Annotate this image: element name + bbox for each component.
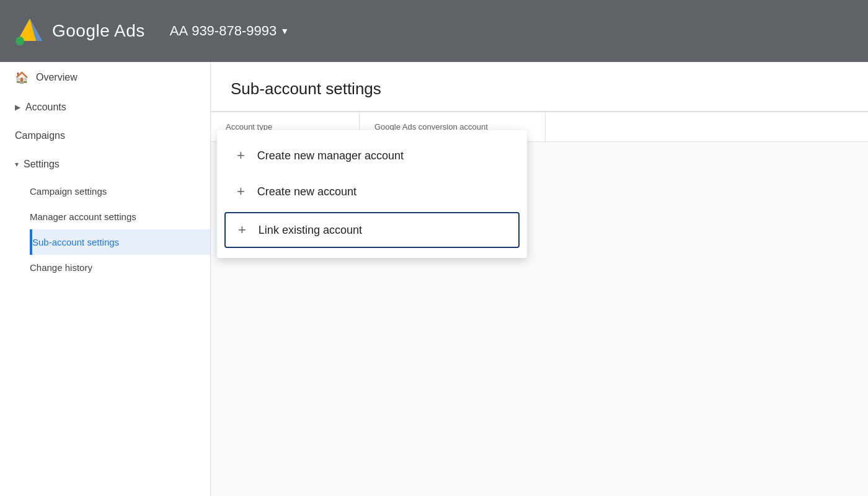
sidebar-item-change-history[interactable]: Change history — [30, 255, 210, 280]
sidebar-item-sub-account-settings[interactable]: Sub-account settings — [30, 229, 210, 255]
plus-icon-create-account: + — [237, 185, 245, 198]
sidebar-item-accounts[interactable]: ▶ Accounts — [0, 93, 210, 122]
main-layout: 🏠 Overview ▶ Accounts Campaigns ▾ Settin… — [0, 62, 868, 496]
sidebar-item-campaign-settings[interactable]: Campaign settings — [30, 179, 210, 204]
account-number: 939-878-9993 — [192, 23, 277, 39]
svg-point-2 — [16, 37, 24, 45]
sidebar-item-change-history-label: Change history — [30, 262, 92, 273]
expand-icon-accounts: ▶ — [15, 103, 20, 112]
expand-icon-settings: ▾ — [15, 160, 19, 169]
app-name: Google Ads — [52, 21, 145, 41]
app-header: Google Ads AA 939-878-9993 ▼ — [0, 0, 868, 62]
account-initials: AA — [170, 23, 188, 39]
sidebar-item-accounts-label: Accounts — [25, 102, 66, 113]
home-icon: 🏠 — [15, 71, 29, 84]
plus-icon-create-manager: + — [237, 149, 245, 162]
sidebar-item-campaigns-label: Campaigns — [15, 130, 65, 141]
sidebar-item-manager-account-settings[interactable]: Manager account settings — [30, 204, 210, 229]
dropdown-item-create-manager-label: Create new manager account — [257, 149, 404, 162]
sidebar-sub-items: Campaign settings Manager account settin… — [0, 179, 210, 280]
dropdown-item-create-account[interactable]: + Create new account — [217, 174, 527, 210]
sidebar: 🏠 Overview ▶ Accounts Campaigns ▾ Settin… — [0, 62, 211, 496]
chevron-down-icon: ▼ — [280, 26, 289, 36]
account-switcher[interactable]: AA 939-878-9993 ▼ — [170, 23, 289, 39]
sidebar-item-manager-account-settings-label: Manager account settings — [30, 211, 136, 222]
google-ads-logo-icon — [15, 16, 45, 46]
dropdown-item-link-existing-label: Link existing account — [259, 224, 362, 237]
page-title: Sub-account settings — [231, 79, 848, 99]
dropdown-item-create-manager[interactable]: + Create new manager account — [217, 138, 527, 174]
dropdown-item-link-existing[interactable]: + Link existing account — [224, 212, 520, 248]
sidebar-item-campaigns[interactable]: Campaigns — [0, 122, 210, 150]
main-content: Sub-account settings Account type Google… — [211, 62, 868, 496]
plus-icon-link-existing: + — [238, 223, 246, 237]
add-account-dropdown: + Create new manager account + Create ne… — [217, 130, 527, 258]
sidebar-item-campaign-settings-label: Campaign settings — [30, 186, 107, 197]
sidebar-item-settings-label: Settings — [24, 159, 60, 170]
sidebar-item-overview[interactable]: 🏠 Overview — [0, 62, 210, 93]
sidebar-item-sub-account-settings-label: Sub-account settings — [32, 237, 119, 247]
sidebar-item-overview-label: Overview — [36, 72, 78, 83]
sidebar-item-settings[interactable]: ▾ Settings — [0, 150, 210, 179]
page-header: Sub-account settings — [211, 62, 868, 112]
dropdown-item-create-account-label: Create new account — [257, 185, 356, 198]
